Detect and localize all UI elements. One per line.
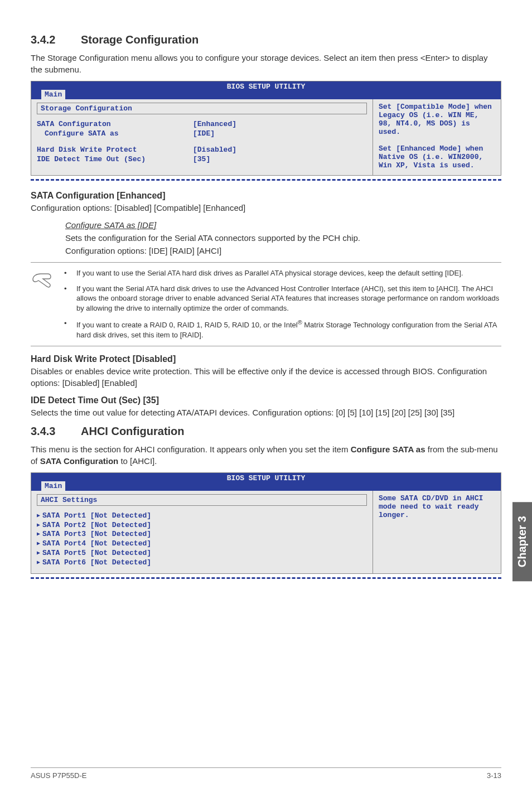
- note-text: If you want to create a RAID 0, RAID 1, …: [76, 318, 501, 340]
- bios-row-value: [35]: [193, 155, 210, 165]
- chapter-tab: Chapter 3: [512, 502, 532, 581]
- section-343-title: 3.4.3AHCI Configuration: [31, 425, 501, 438]
- bios-list-item: SATA Port6 [Not Detected]: [37, 558, 367, 568]
- note-text: If you want the Serial ATA hard disk dri…: [76, 284, 501, 313]
- note-hand-icon: [31, 268, 64, 340]
- note-bullet-3: • If you want to create a RAID 0, RAID 1…: [64, 318, 501, 340]
- sata-config-body: Configuration options: [Disabled] [Compa…: [31, 202, 501, 214]
- section-342-number: 3.4.2: [31, 33, 81, 46]
- bios-header-title: BIOS SETUP UTILITY: [31, 83, 501, 91]
- configure-sata-as-body2: Configuration options: [IDE] [RAID] [AHC…: [65, 245, 501, 257]
- bios-header: BIOS SETUP UTILITY Main: [31, 81, 501, 99]
- bios-row-hdwp: Hard Disk Write Protect [Disabled]: [37, 146, 367, 155]
- bios-header-title: BIOS SETUP UTILITY: [31, 474, 501, 482]
- bios-row-label: Configure SATA as: [37, 129, 193, 139]
- cut-line: [31, 179, 501, 181]
- bios-inner-title: Storage Configuration: [37, 103, 367, 114]
- configure-sata-as-heading: Configure SATA as [IDE]: [65, 220, 156, 230]
- ide-timeout-body: Selects the time out value for detecting…: [31, 407, 501, 418]
- bios-list-item: SATA Port5 [Not Detected]: [37, 549, 367, 558]
- bios-header: BIOS SETUP UTILITY Main: [31, 473, 501, 491]
- bios-list-item: SATA Port3 [Not Detected]: [37, 530, 367, 539]
- bios-row-sata-config: SATA Configuraton [Enhanced]: [37, 120, 367, 129]
- bios-storage-box: BIOS SETUP UTILITY Main Storage Configur…: [31, 81, 501, 176]
- bios-row-ide-timeout: IDE Detect Time Out (Sec) [35]: [37, 155, 367, 165]
- bios-inner-title: AHCI Settings: [37, 494, 367, 506]
- footer-left: ASUS P7P55D-E: [31, 771, 86, 780]
- bios-row-label: SATA Configuraton: [37, 120, 193, 129]
- hdwp-body: Disables or enables device write protect…: [31, 365, 501, 389]
- configure-sata-as-body1: Sets the configuration for the Serial AT…: [65, 232, 501, 244]
- bios-ahci-box: BIOS SETUP UTILITY Main AHCI Settings SA…: [31, 472, 501, 574]
- note-box: • If you want to use the Serial ATA hard…: [31, 262, 501, 346]
- footer-right: 3-13: [487, 771, 501, 780]
- bios-tab-main: Main: [41, 481, 65, 491]
- cut-line: [31, 577, 501, 579]
- bios-row-label: IDE Detect Time Out (Sec): [37, 155, 193, 165]
- section-342-intro: The Storage Configuration menu allows yo…: [31, 52, 501, 75]
- ide-timeout-heading: IDE Detect Time Out (Sec) [35]: [31, 395, 501, 405]
- note-bullet-1: • If you want to use the Serial ATA hard…: [64, 268, 501, 278]
- configure-sata-as-block: Configure SATA as [IDE] Sets the configu…: [31, 220, 501, 257]
- bios-list-item: SATA Port1 [Not Detected]: [37, 511, 367, 521]
- section-342-title: 3.4.2Storage Configuration: [31, 33, 501, 46]
- bios-row-value: [Enhanced]: [193, 120, 236, 129]
- bios-row-label: Hard Disk Write Protect: [37, 146, 193, 155]
- bios-row-value: [Disabled]: [193, 146, 236, 155]
- sata-config-heading: SATA Configuration [Enhanced]: [31, 191, 501, 201]
- bios-row-value: [IDE]: [193, 129, 215, 139]
- page-footer: ASUS P7P55D-E 3-13: [31, 767, 501, 780]
- bios-help-pane: Set [Compatible Mode] when Legacy OS (i.…: [373, 99, 501, 175]
- section-343-text: AHCI Configuration: [81, 425, 185, 437]
- note-bullet-2: • If you want the Serial ATA hard disk d…: [64, 284, 501, 313]
- bios-row-configure-sata-as: Configure SATA as [IDE]: [37, 129, 367, 139]
- bios-tab-main: Main: [41, 90, 65, 99]
- section-343-number: 3.4.3: [31, 425, 81, 438]
- bios-list-item: SATA Port2 [Not Detected]: [37, 521, 367, 530]
- bios-list-item: SATA Port4 [Not Detected]: [37, 539, 367, 549]
- section-342-text: Storage Configuration: [81, 33, 199, 46]
- note-text: If you want to use the Serial ATA hard d…: [76, 268, 463, 278]
- section-343-intro: This menu is the section for AHCI config…: [31, 443, 501, 467]
- hdwp-heading: Hard Disk Write Protect [Disabled]: [31, 354, 501, 364]
- bios-help-pane: Some SATA CD/DVD in AHCI mode need to wa…: [373, 491, 501, 573]
